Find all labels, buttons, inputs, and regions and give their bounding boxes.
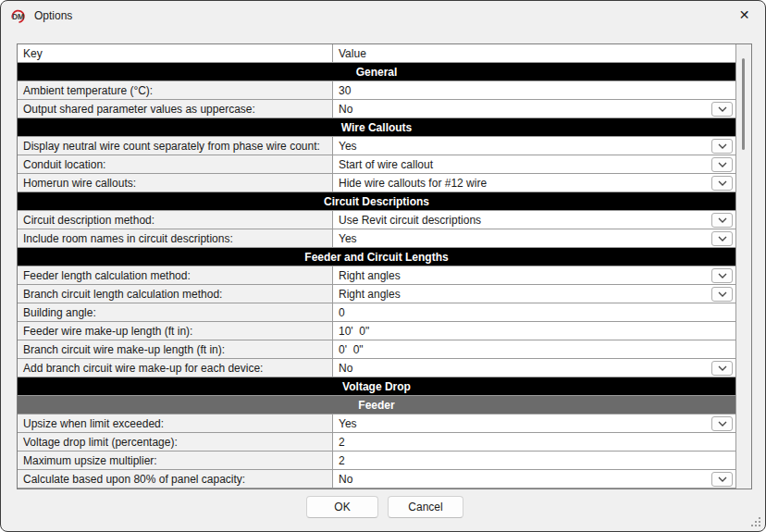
option-value-cell[interactable]: Start of wire callout (333, 155, 735, 173)
option-value-text: 2 (339, 436, 345, 449)
option-row-branch-circuit-length-calculation-method: Branch circuit length calculation method… (18, 285, 735, 303)
option-row-branch-circuit-wire-make-up-length-ft-in: Branch circuit wire make-up length (ft i… (18, 340, 735, 359)
option-row-display-neutral-wire-count-separately-from-phase-wire-count: Display neutral wire count separately fr… (18, 137, 735, 155)
option-value-cell[interactable]: 30 (333, 81, 735, 99)
option-value-text: No (339, 362, 352, 375)
option-value-cell[interactable]: 0 (333, 303, 735, 321)
option-value-text: Right angles (339, 288, 401, 301)
option-value-cell[interactable]: No (333, 359, 735, 377)
option-row-feeder-wire-make-up-length-ft-in: Feeder wire make-up length (ft in):10' 0… (18, 322, 735, 340)
option-key: Include room names in circuit descriptio… (18, 229, 333, 247)
option-value-cell[interactable]: Hide wire callouts for #12 wire (333, 174, 735, 192)
section-header-circuit-descriptions: Circuit Descriptions (18, 192, 735, 211)
svg-text:DM: DM (12, 11, 24, 20)
option-key: Upsize when limit exceeded: (18, 414, 333, 432)
option-key: Add branch circuit wire make-up for each… (18, 359, 333, 377)
dropdown-button[interactable] (711, 472, 733, 487)
option-value-cell[interactable]: Use Revit circuit descriptions (333, 211, 735, 229)
option-value-cell[interactable]: Right angles (333, 266, 735, 284)
option-value-cell[interactable]: 10' 0" (333, 322, 735, 340)
close-button[interactable]: ✕ (723, 1, 765, 30)
option-key: Calculate based upon 80% of panel capaci… (18, 470, 333, 488)
column-header-value: Value (333, 44, 735, 62)
app-logo-icon: DM (10, 8, 26, 24)
option-value-cell[interactable]: Yes (333, 414, 735, 432)
option-value-text: Yes (339, 140, 357, 153)
option-value-text: 10' 0" (339, 325, 369, 338)
section-header-feeder-and-circuit-lengths: Feeder and Circuit Lengths (18, 248, 735, 266)
dropdown-button[interactable] (711, 268, 733, 283)
option-key: Homerun wire callouts: (18, 174, 333, 192)
options-dialog: DM Options ✕ Key Value GeneralAmbient te… (0, 0, 766, 532)
chevron-down-icon (718, 217, 727, 223)
option-key: Display neutral wire count separately fr… (18, 137, 333, 155)
option-key: Feeder wire make-up length (ft in): (18, 322, 333, 340)
chevron-down-icon (718, 365, 727, 371)
option-value-text: Right angles (339, 269, 401, 282)
table-rows: Key Value GeneralAmbient temperature (°C… (18, 44, 735, 489)
dropdown-button[interactable] (711, 157, 733, 172)
option-key: Ambient temperature (°C): (18, 81, 333, 99)
option-row-add-branch-circuit-wire-make-up-for-each-device: Add branch circuit wire make-up for each… (18, 359, 735, 377)
dropdown-button[interactable] (711, 416, 733, 431)
column-header-key: Key (18, 44, 333, 62)
section-label: General (356, 66, 398, 79)
option-row-maximum-upsize-multiplier: Maximum upsize multiplier:2 (18, 452, 735, 470)
option-value-text: No (339, 103, 352, 116)
scrollbar-thumb[interactable] (742, 58, 745, 150)
option-key: Branch circuit wire make-up length (ft i… (18, 340, 333, 358)
option-value-cell[interactable]: 2 (333, 452, 735, 469)
table-header-row: Key Value (18, 44, 735, 63)
dropdown-button[interactable] (711, 213, 733, 228)
ok-button[interactable]: OK (306, 496, 378, 518)
option-row-conduit-location: Conduit location:Start of wire callout (18, 155, 735, 174)
section-header-general: General (18, 63, 735, 81)
option-value-text: Yes (339, 417, 357, 430)
option-row-voltage-drop-limit-percentage: Voltage drop limit (percentage):2 (18, 433, 735, 452)
option-key: Feeder length calculation method: (18, 266, 333, 284)
section-label: Feeder (358, 399, 394, 412)
chevron-down-icon (718, 273, 727, 278)
chevron-down-icon (718, 476, 727, 482)
option-value-cell[interactable]: Right angles (333, 285, 735, 303)
option-key: Building angle: (18, 303, 333, 321)
chevron-down-icon (718, 162, 727, 167)
option-value-cell[interactable]: 0' 0" (333, 340, 735, 358)
option-value-text: 2 (339, 454, 345, 467)
option-value-cell[interactable]: Yes (333, 137, 735, 155)
option-value-cell[interactable]: No (333, 470, 735, 488)
option-value-text: Start of wire callout (339, 158, 433, 171)
chevron-down-icon (718, 236, 727, 241)
section-label: Circuit Descriptions (324, 195, 429, 208)
option-value-text: Yes (339, 232, 357, 245)
option-row-homerun-wire-callouts: Homerun wire callouts:Hide wire callouts… (18, 174, 735, 192)
option-row-ambient-temperature-c: Ambient temperature (°C):30 (18, 81, 735, 100)
section-header-wire-callouts: Wire Callouts (18, 118, 735, 137)
option-value-cell[interactable]: 2 (333, 433, 735, 451)
option-key: Circuit description method: (18, 211, 333, 229)
resize-grip[interactable] (750, 516, 761, 527)
chevron-down-icon (718, 180, 727, 186)
dropdown-button[interactable] (711, 102, 733, 117)
option-value-cell[interactable]: Yes (333, 229, 735, 247)
option-value-cell[interactable]: No (333, 100, 735, 118)
window-title: Options (34, 9, 72, 22)
option-key: Voltage drop limit (percentage): (18, 433, 333, 451)
chevron-down-icon (718, 291, 727, 297)
option-row-calculate-based-upon-80-of-panel-capacity: Calculate based upon 80% of panel capaci… (18, 470, 735, 489)
option-value-text: No (339, 473, 352, 486)
option-value-text: Use Revit circuit descriptions (339, 214, 481, 227)
dropdown-button[interactable] (711, 176, 733, 191)
option-key: Output shared parameter values as upperc… (18, 100, 333, 118)
vertical-scrollbar[interactable] (735, 44, 751, 489)
option-value-text: Hide wire callouts for #12 wire (339, 177, 487, 190)
dropdown-button[interactable] (711, 287, 733, 302)
dropdown-button[interactable] (711, 139, 733, 154)
titlebar: DM Options ✕ (1, 1, 765, 31)
dropdown-button[interactable] (711, 231, 733, 246)
cancel-button[interactable]: Cancel (388, 496, 463, 518)
dropdown-button[interactable] (711, 361, 733, 376)
section-label: Feeder and Circuit Lengths (304, 251, 448, 264)
option-row-include-room-names-in-circuit-descriptions: Include room names in circuit descriptio… (18, 229, 735, 248)
chevron-down-icon (718, 106, 727, 112)
